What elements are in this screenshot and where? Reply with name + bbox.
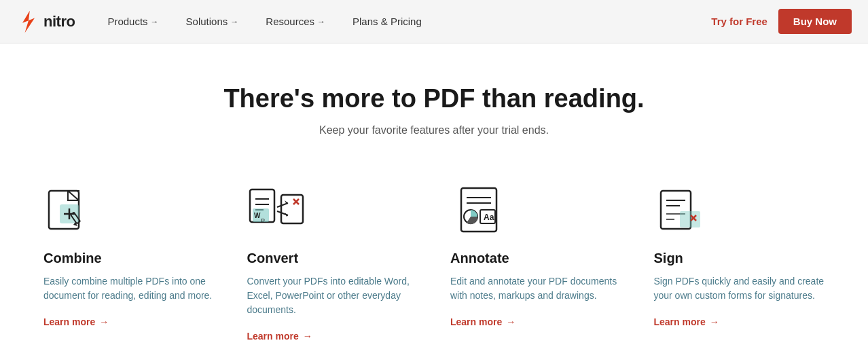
svg-marker-0 xyxy=(22,10,35,32)
convert-title: Convert xyxy=(247,251,418,266)
convert-desc: Convert your PDFs into editable Word, Ex… xyxy=(247,274,418,317)
combine-learn-more[interactable]: Learn more → xyxy=(43,316,215,327)
nav-solutions[interactable]: Solutions → xyxy=(175,0,250,43)
combine-desc: Easily combine multiple PDFs into one do… xyxy=(43,274,215,303)
sign-icon xyxy=(654,185,715,240)
hero-section: There's more to PDF than reading. Keep y… xyxy=(0,43,868,164)
convert-learn-more[interactable]: Learn more → xyxy=(247,331,418,342)
annotate-title: Annotate xyxy=(450,251,621,266)
feature-annotate: Aa Annotate Edit and annotate your PDF d… xyxy=(434,185,638,342)
hero-subtitle: Keep your favorite features after your t… xyxy=(14,124,854,136)
convert-arrow-icon: → xyxy=(303,331,312,342)
combine-title: Combine xyxy=(43,251,215,266)
logo[interactable]: nitro xyxy=(16,10,75,34)
sign-title: Sign xyxy=(654,251,825,266)
resources-arrow: → xyxy=(317,17,325,26)
feature-combine: Combine Easily combine multiple PDFs int… xyxy=(27,185,231,342)
nav-products[interactable]: Products → xyxy=(96,0,169,43)
annotate-icon: Aa xyxy=(450,185,511,240)
svg-line-3 xyxy=(68,191,79,200)
svg-rect-20 xyxy=(281,195,303,223)
logo-text: nitro xyxy=(43,13,75,31)
annotate-learn-more[interactable]: Learn more → xyxy=(450,316,621,327)
buy-now-button[interactable]: Buy Now xyxy=(778,9,852,34)
sign-arrow-icon: → xyxy=(710,316,719,327)
svg-text:Aa: Aa xyxy=(484,213,494,222)
svg-text:P: P xyxy=(261,217,265,224)
products-arrow: → xyxy=(151,17,159,26)
feature-sign: Sign Sign PDFs quickly and easily and cr… xyxy=(638,185,842,342)
nav-links: Products → Solutions → Resources → Plans… xyxy=(96,0,711,43)
hero-title: There's more to PDF than reading. xyxy=(14,84,854,113)
convert-icon: W P xyxy=(247,185,308,240)
annotate-arrow-icon: → xyxy=(506,316,516,327)
logo-icon xyxy=(16,10,41,34)
navigation: nitro Products → Solutions → Resources →… xyxy=(0,0,868,43)
combine-icon xyxy=(43,185,105,240)
features-section: Combine Easily combine multiple PDFs int… xyxy=(0,164,868,347)
nav-actions: Try for Free Buy Now xyxy=(711,9,852,34)
combine-arrow-icon: → xyxy=(99,316,109,327)
svg-text:W: W xyxy=(254,212,261,219)
try-free-link[interactable]: Try for Free xyxy=(711,16,767,27)
feature-convert: W P Convert Convert your PDFs into edita… xyxy=(231,185,435,342)
annotate-desc: Edit and annotate your PDF documents wit… xyxy=(450,274,621,303)
solutions-arrow: → xyxy=(230,17,238,26)
sign-desc: Sign PDFs quickly and easily and create … xyxy=(654,274,825,303)
nav-plans-pricing[interactable]: Plans & Pricing xyxy=(342,0,433,43)
svg-rect-34 xyxy=(680,211,700,227)
sign-learn-more[interactable]: Learn more → xyxy=(654,316,825,327)
nav-resources[interactable]: Resources → xyxy=(255,0,336,43)
